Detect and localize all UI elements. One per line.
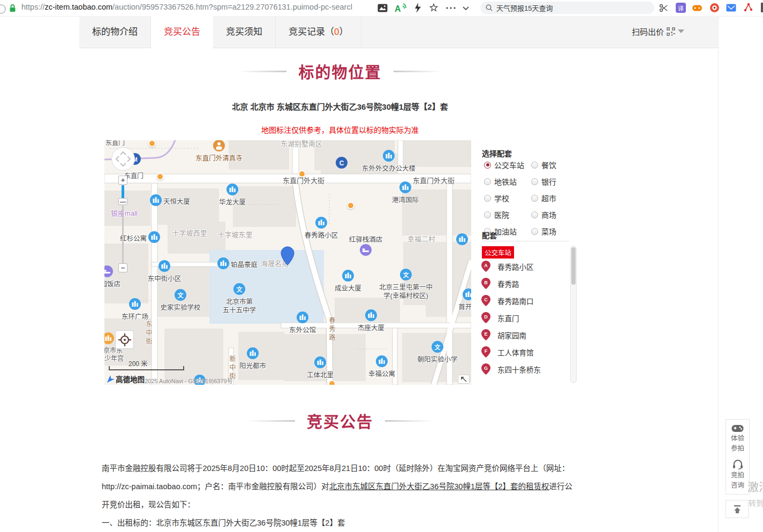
experience-bid-button[interactable]: 体验 参拍 [726, 420, 749, 457]
amenity-option-7[interactable]: 商场 [531, 209, 575, 220]
school-icon[interactable]: 文 [233, 283, 245, 297]
school-icon[interactable]: 文 [175, 289, 186, 303]
school-icon[interactable]: 文 [432, 341, 443, 355]
back-to-top-button[interactable] [726, 500, 749, 518]
school-icon[interactable]: 文 [400, 269, 412, 283]
reload-icon[interactable] [0, 4, 6, 14]
bus-stop-C[interactable]: C春秀路南口 [481, 294, 534, 307]
hotel-icon[interactable] [104, 265, 113, 279]
building-icon[interactable] [383, 150, 395, 164]
mosque-icon[interactable] [213, 140, 225, 154]
tab-3[interactable]: 竞买记录（0） [276, 16, 361, 48]
scan-bid[interactable]: 扫码出价 [632, 26, 684, 37]
stop-name: 胡家园南 [497, 330, 526, 340]
building-icon[interactable] [456, 233, 468, 247]
stop-pin-icon: F [481, 346, 491, 358]
building-icon[interactable] [158, 260, 170, 274]
bus-stop-D[interactable]: D东直门 [481, 311, 519, 324]
tab-2[interactable]: 竞买须知 [213, 16, 276, 48]
radio[interactable] [531, 211, 538, 218]
radio[interactable] [531, 228, 538, 235]
scissors-icon[interactable] [659, 3, 669, 13]
building-icon[interactable] [365, 309, 377, 323]
bus-stop-E[interactable]: E胡家园南 [481, 329, 526, 341]
area-label: 十字坡东里 [217, 229, 252, 239]
building-icon[interactable] [226, 184, 238, 197]
stop-pin-icon: G [481, 363, 491, 375]
bank-icon[interactable]: C [336, 157, 347, 171]
qr-code-icon [667, 27, 675, 36]
radio[interactable] [531, 178, 538, 185]
location-pin-icon[interactable] [281, 246, 294, 268]
chevron-down-icon[interactable] [462, 6, 470, 11]
poi-label: 春秀路小区 [305, 230, 338, 240]
locate-button[interactable] [115, 330, 134, 349]
building-icon[interactable] [376, 355, 388, 369]
amenity-option-5[interactable]: 超市 [531, 193, 575, 203]
amenity-option-3[interactable]: 银行 [531, 176, 575, 187]
radio-selected[interactable] [484, 162, 491, 169]
auction-consult-button[interactable]: 竞拍 咨询 [726, 457, 749, 494]
area-label: 东湖别墅南区 [281, 140, 322, 148]
map-compass[interactable] [111, 147, 135, 173]
amenity-option-4[interactable]: 学校 [484, 193, 531, 203]
poi-label: 花园饭店 [104, 278, 120, 288]
radio[interactable] [484, 211, 491, 218]
svg-text:D: D [484, 314, 488, 320]
mail-icon[interactable] [726, 4, 736, 12]
picture-icon[interactable] [377, 4, 388, 12]
tab-0[interactable]: 标的物介绍 [79, 16, 151, 48]
amenity-option-2[interactable]: 地铁站 [484, 176, 531, 187]
radio[interactable] [531, 195, 538, 202]
building-icon[interactable] [148, 231, 160, 245]
radio[interactable] [531, 162, 538, 169]
game-icon[interactable] [692, 4, 702, 12]
amap-map[interactable]: 天恒大厦华龙大厦红杉公寓铂晶豪庭成业大厦港湾国际东外外交办公大楼春秀路小区东中街… [104, 140, 471, 385]
translate-icon[interactable]: 译 [676, 3, 686, 13]
location-title: 标的物位置 [298, 60, 381, 82]
bank-icon[interactable] [104, 332, 114, 346]
zoom-slider-handle[interactable]: — [118, 198, 127, 205]
browser-search[interactable]: 天气预报15天查询 [480, 2, 654, 14]
more-icon[interactable] [445, 6, 456, 10]
building-icon[interactable] [315, 217, 327, 231]
amenity-option-0[interactable]: 公交车站 [484, 159, 531, 170]
bus-stop-F[interactable]: F工人体育馆 [481, 346, 534, 358]
star-icon[interactable] [429, 3, 439, 12]
bus-stop-B[interactable]: B春秀路 [481, 277, 519, 290]
lightning-icon[interactable] [414, 3, 422, 13]
poi-label: 红驿栈酒店 [349, 234, 383, 244]
amenity-options: 公交车站餐饮地铁站银行学校超市医院商场加油站菜场 [484, 159, 575, 237]
amenity-option-6[interactable]: 医院 [484, 209, 531, 220]
hotel-icon[interactable] [360, 244, 372, 258]
building-icon[interactable] [129, 298, 141, 312]
page: https://zc-item.taobao.com/auction/95957… [0, 0, 763, 532]
bus-stop-G[interactable]: G东四十条桥东 [481, 363, 541, 375]
map-corner-button[interactable] [458, 375, 470, 384]
eye-icon[interactable] [709, 3, 720, 13]
building-icon[interactable] [342, 270, 354, 284]
stops-scrollbar-thumb[interactable] [571, 247, 576, 285]
building-icon[interactable] [150, 194, 162, 208]
svg-text:G: G [484, 366, 488, 371]
amenity-option-label: 超市 [541, 193, 556, 203]
radio[interactable] [484, 195, 491, 202]
building-icon[interactable] [314, 356, 326, 370]
building-icon[interactable] [297, 311, 308, 325]
bus-stop-A[interactable]: A春秀路小区 [481, 260, 534, 272]
zoom-in-button[interactable]: + [118, 176, 127, 185]
building-icon[interactable] [399, 181, 411, 195]
read-aloud-icon[interactable]: A [394, 3, 407, 13]
tab-1[interactable]: 竞买公告 [151, 16, 213, 48]
building-icon[interactable] [217, 257, 229, 271]
building-icon[interactable] [463, 288, 471, 302]
zoom-out-button[interactable]: − [118, 263, 127, 272]
zoom-track[interactable] [122, 206, 124, 263]
share-network-icon[interactable] [743, 3, 753, 12]
address-bar[interactable]: https://zc-item.taobao.com/auction/95957… [21, 3, 367, 11]
building-icon[interactable] [247, 347, 259, 361]
amenity-option-9[interactable]: 菜场 [531, 226, 575, 237]
street-label-vertical: 春秀路 [327, 317, 336, 343]
amenity-option-1[interactable]: 餐饮 [531, 159, 575, 170]
radio[interactable] [484, 178, 491, 185]
